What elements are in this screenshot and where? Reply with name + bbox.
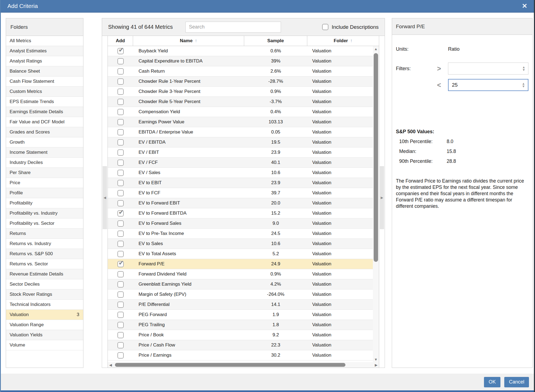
table-row[interactable]: EV / EBIT 23.9 Valuation xyxy=(108,147,373,158)
scroll-up-icon[interactable]: ▲ xyxy=(373,47,379,51)
folder-item[interactable]: Price xyxy=(6,178,83,188)
folder-item[interactable]: Volume xyxy=(6,340,83,350)
add-checkbox[interactable] xyxy=(117,180,124,186)
add-checkbox[interactable] xyxy=(117,251,124,257)
folder-item[interactable]: Valuation 3 xyxy=(6,310,83,320)
less-than-input[interactable] xyxy=(449,79,517,90)
table-row[interactable]: EV to EBIT 23.9 Valuation xyxy=(108,178,373,188)
vertical-scrollbar-thumb[interactable] xyxy=(374,53,378,262)
table-row[interactable]: Cash Return 2.6% Valuation xyxy=(108,66,373,76)
add-checkbox[interactable] xyxy=(117,342,124,348)
column-header-add[interactable]: Add xyxy=(108,36,133,46)
folder-item[interactable]: Profile xyxy=(6,188,83,198)
stepper-down-icon[interactable]: ▼ xyxy=(522,69,525,71)
table-row[interactable]: Capital Expenditure to EBITDA 39% Valuat… xyxy=(108,56,373,66)
search-input[interactable] xyxy=(185,22,281,33)
table-row[interactable]: EV to FCF 39.7 Valuation xyxy=(108,188,373,198)
stepper-down-icon[interactable]: ▼ xyxy=(522,85,525,88)
folder-item[interactable]: Sector Deciles xyxy=(6,279,83,289)
add-checkbox[interactable] xyxy=(117,332,124,338)
add-checkbox[interactable] xyxy=(117,160,124,166)
add-checkbox[interactable] xyxy=(117,149,124,156)
add-checkbox[interactable] xyxy=(117,241,124,247)
add-checkbox[interactable] xyxy=(117,170,124,176)
folder-item[interactable]: Valuation Range xyxy=(6,320,83,330)
collapse-left-handle[interactable]: ◀ xyxy=(103,166,107,229)
horizontal-scrollbar-thumb[interactable] xyxy=(115,363,345,367)
add-checkbox[interactable] xyxy=(117,200,124,206)
greater-than-input[interactable] xyxy=(448,63,517,74)
folder-item[interactable]: Stock Rover Ratings xyxy=(6,289,83,300)
folder-item[interactable]: Valuation Yields xyxy=(6,330,83,340)
table-row[interactable]: EV to Forward EBIT 20.0 Valuation xyxy=(108,198,373,208)
add-checkbox[interactable] xyxy=(117,78,124,85)
table-row[interactable]: PEG Trailing 1.8 Valuation xyxy=(108,320,373,330)
table-row[interactable]: EV / Sales 10.6 Valuation xyxy=(108,168,373,178)
add-checkbox[interactable] xyxy=(117,99,124,105)
column-header-sample[interactable]: Sample xyxy=(244,36,307,46)
folder-item[interactable]: Returns vs. Industry xyxy=(6,239,83,249)
folder-item[interactable]: Returns vs. S&P 500 xyxy=(6,249,83,259)
add-checkbox[interactable]: ✔ xyxy=(117,48,124,54)
folder-item[interactable]: Earnings Estimate Details xyxy=(6,107,83,117)
folder-item[interactable]: Per Share xyxy=(6,168,83,178)
add-checkbox[interactable] xyxy=(117,271,124,277)
folder-item[interactable]: Fair Value and DCF Model xyxy=(6,117,83,127)
add-checkbox[interactable] xyxy=(117,190,124,196)
folder-item[interactable]: Profitability vs. Sector xyxy=(6,218,83,229)
column-header-name[interactable]: Name ↑ xyxy=(133,36,244,46)
table-row[interactable]: EV to Pre-Tax Income 24.5 Valuation xyxy=(108,229,373,239)
folder-item[interactable]: Growth xyxy=(6,137,83,147)
scroll-left-icon[interactable]: ◀ xyxy=(109,362,112,368)
folder-item[interactable]: Technical Indicators xyxy=(6,300,83,310)
folder-item[interactable]: Custom Metrics xyxy=(6,87,83,97)
folder-item[interactable]: Returns xyxy=(6,229,83,239)
add-checkbox[interactable] xyxy=(117,322,124,328)
add-checkbox[interactable] xyxy=(117,109,124,115)
collapse-right-handle[interactable]: ▶ xyxy=(380,166,384,229)
add-checkbox[interactable] xyxy=(117,119,124,125)
table-row[interactable]: Chowder Rule 5-Year Percent -3.7% Valuat… xyxy=(108,97,373,107)
add-checkbox[interactable] xyxy=(117,352,124,359)
less-than-stepper[interactable]: ▲ ▼ xyxy=(522,82,525,88)
column-header-folder[interactable]: Folder ↑ xyxy=(307,36,379,46)
folder-item[interactable]: All Metrics xyxy=(6,36,83,46)
table-row[interactable]: EV to Total Assets 5.2 Valuation xyxy=(108,249,373,259)
folder-item[interactable]: Cash Flow Statement xyxy=(6,76,83,87)
add-checkbox[interactable] xyxy=(117,281,124,288)
table-row[interactable]: Greenblatt Earnings Yield 4.2% Valuation xyxy=(108,279,373,289)
add-checkbox[interactable] xyxy=(117,139,124,146)
add-checkbox[interactable] xyxy=(117,129,124,135)
add-checkbox[interactable] xyxy=(117,291,124,298)
table-row[interactable]: Price / Book 9.2 Valuation xyxy=(108,330,373,340)
folder-item[interactable]: Analyst Estimates xyxy=(6,46,83,56)
table-row[interactable]: Price / Cash Flow 22.3 Valuation xyxy=(108,340,373,350)
add-checkbox[interactable] xyxy=(117,312,124,318)
table-row[interactable]: P/E Differential 14.1 Valuation xyxy=(108,300,373,310)
folder-item[interactable]: Profitability xyxy=(6,198,83,208)
table-row[interactable]: EBITDA / Enterprise Value 0.05 Valuation xyxy=(108,127,373,137)
scroll-down-icon[interactable]: ▼ xyxy=(373,357,379,362)
table-row[interactable]: Margin of Safety (EPV) -264.0% Valuation xyxy=(108,289,373,300)
table-row[interactable]: Earnings Power Value 103.13 Valuation xyxy=(108,117,373,127)
add-checkbox[interactable]: ✔ xyxy=(117,210,124,217)
table-row[interactable]: Forward Dividend Yield 0.9% Valuation xyxy=(108,269,373,279)
table-row[interactable]: ✔ Forward P/E 24.9 Valuation xyxy=(108,259,373,269)
cancel-button[interactable]: Cancel xyxy=(504,377,529,387)
table-row[interactable]: EV to Forward Sales 9.0 Valuation xyxy=(108,218,373,229)
folder-item[interactable]: Income Statement xyxy=(6,147,83,158)
add-checkbox[interactable] xyxy=(117,68,124,75)
table-row[interactable]: Chowder Rule 3-Year Percent 0.9% Valuati… xyxy=(108,87,373,97)
table-row[interactable]: Compensation Yield 0.4% Valuation xyxy=(108,107,373,117)
table-row[interactable]: ✔ EV to Forward EBITDA 15.2 Valuation xyxy=(108,208,373,218)
folder-item[interactable]: Balance Sheet xyxy=(6,66,83,76)
table-row[interactable]: PEG Forward 1.9 Valuation xyxy=(108,310,373,320)
add-checkbox[interactable]: ✔ xyxy=(117,261,124,267)
table-row[interactable]: Chowder Rule 1-Year Percent -28.7% Valua… xyxy=(108,76,373,87)
folder-item[interactable]: Returns vs. Sector xyxy=(6,259,83,269)
add-checkbox[interactable] xyxy=(117,231,124,237)
greater-than-stepper[interactable]: ▲ ▼ xyxy=(522,66,525,71)
table-row[interactable]: EV / EBITDA 19.5 Valuation xyxy=(108,137,373,147)
close-icon[interactable]: ✕ xyxy=(522,3,527,9)
add-checkbox[interactable] xyxy=(117,220,124,227)
